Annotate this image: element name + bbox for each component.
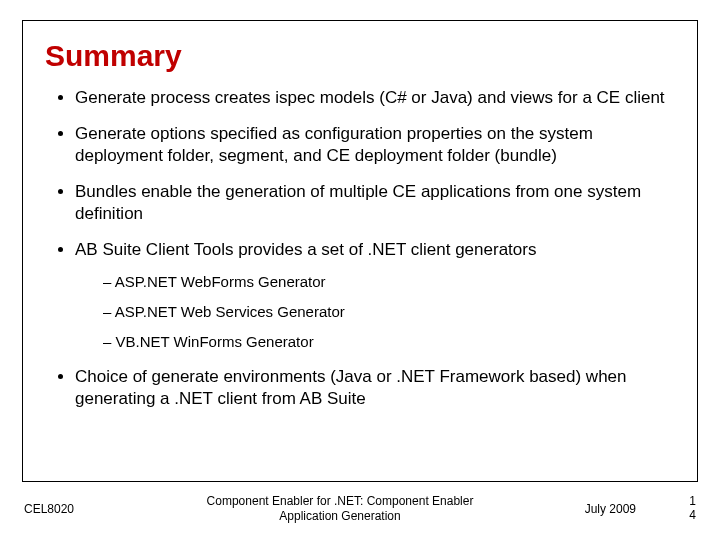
bullet-text: Generate process creates ispec models (C…	[75, 88, 665, 107]
list-item: ASP.NET WebForms Generator	[103, 272, 675, 292]
sub-bullet-text: ASP.NET WebForms Generator	[115, 273, 326, 290]
sub-bullet-text: VB.NET WinForms Generator	[116, 333, 314, 350]
bullet-text: Generate options specified as configurat…	[75, 124, 593, 165]
footer-date: July 2009	[585, 502, 636, 516]
slide: Summary Generate process creates ispec m…	[0, 0, 720, 540]
sub-bullet-text: ASP.NET Web Services Generator	[115, 303, 345, 320]
list-item: Generate options specified as configurat…	[75, 123, 675, 167]
slide-frame: Summary Generate process creates ispec m…	[22, 20, 698, 482]
footer-code: CEL8020	[24, 502, 74, 516]
footer-page: 1 4	[676, 494, 696, 523]
list-item: AB Suite Client Tools provides a set of …	[75, 239, 675, 352]
bullet-text: AB Suite Client Tools provides a set of …	[75, 240, 536, 259]
list-item: Generate process creates ispec models (C…	[75, 87, 675, 109]
bullet-text: Bundles enable the generation of multipl…	[75, 182, 641, 223]
footer: CEL8020 Component Enabler for .NET: Comp…	[24, 488, 696, 528]
list-item: VB.NET WinForms Generator	[103, 332, 675, 352]
list-item: ASP.NET Web Services Generator	[103, 302, 675, 322]
list-item: Bundles enable the generation of multipl…	[75, 181, 675, 225]
bullet-text: Choice of generate environments (Java or…	[75, 367, 627, 408]
sub-bullet-list: ASP.NET WebForms Generator ASP.NET Web S…	[75, 272, 675, 353]
bullet-list: Generate process creates ispec models (C…	[45, 87, 675, 411]
footer-title: Component Enabler for .NET: Component En…	[184, 494, 496, 524]
list-item: Choice of generate environments (Java or…	[75, 366, 675, 410]
page-bottom: 4	[676, 508, 696, 522]
page-top: 1	[676, 494, 696, 508]
slide-title: Summary	[45, 39, 675, 73]
